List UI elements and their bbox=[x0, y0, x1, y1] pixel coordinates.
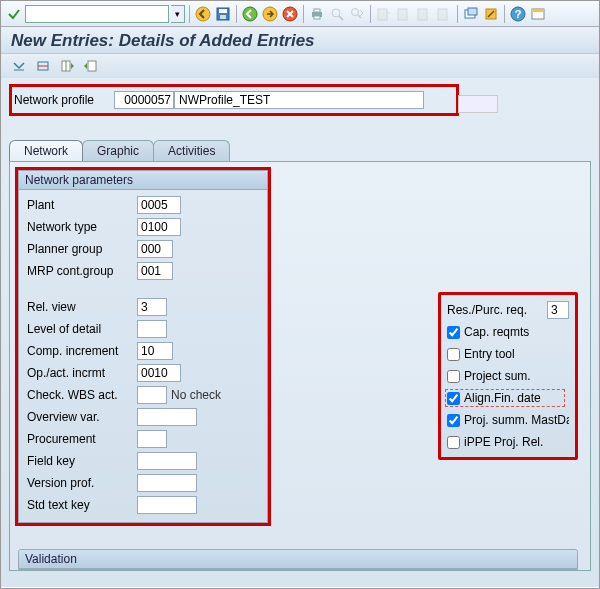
project-sum-checkbox[interactable] bbox=[447, 370, 460, 383]
level-of-detail-input[interactable] bbox=[137, 320, 167, 338]
exit-icon[interactable] bbox=[261, 5, 279, 23]
title-bar: New Entries: Details of Added Entries bbox=[1, 27, 599, 54]
comp-increment-label: Comp. increment bbox=[27, 344, 137, 358]
procurement-label: Procurement bbox=[27, 432, 137, 446]
new-session-icon[interactable] bbox=[462, 5, 480, 23]
svg-point-12 bbox=[352, 8, 359, 15]
shortcut-icon[interactable] bbox=[482, 5, 500, 23]
command-field[interactable] bbox=[25, 5, 169, 23]
find-icon bbox=[328, 5, 346, 23]
network-parameters-highlight: Network parameters Plant Network type Pl… bbox=[15, 167, 271, 526]
svg-rect-2 bbox=[219, 9, 227, 13]
entry-tool-label: Entry tool bbox=[464, 347, 569, 361]
svg-rect-9 bbox=[314, 16, 320, 19]
tab-panel-network: Network parameters Plant Network type Pl… bbox=[9, 161, 591, 571]
svg-rect-16 bbox=[418, 9, 427, 20]
svg-point-10 bbox=[332, 9, 340, 17]
procurement-input[interactable] bbox=[137, 430, 167, 448]
align-fin-date-label: Align.Fin. date bbox=[464, 391, 569, 405]
group-network-parameters: Network parameters Plant Network type Pl… bbox=[18, 170, 268, 523]
tab-activities[interactable]: Activities bbox=[153, 140, 230, 161]
command-dropdown-icon[interactable]: ▾ bbox=[171, 5, 185, 23]
std-text-key-input[interactable] bbox=[137, 496, 197, 514]
network-type-input[interactable] bbox=[137, 218, 181, 236]
profile-description-tail bbox=[458, 95, 498, 113]
svg-rect-19 bbox=[468, 8, 477, 15]
svg-line-11 bbox=[339, 16, 343, 20]
op-act-incrmt-label: Op./act. incrmt bbox=[27, 366, 137, 380]
planner-group-input[interactable] bbox=[137, 240, 173, 258]
svg-rect-14 bbox=[378, 9, 387, 20]
back-icon[interactable] bbox=[194, 5, 212, 23]
std-text-key-label: Std text key bbox=[27, 498, 137, 512]
save-icon[interactable] bbox=[214, 5, 232, 23]
svg-text:?: ? bbox=[515, 8, 522, 20]
tab-graphic[interactable]: Graphic bbox=[82, 140, 154, 161]
rel-view-label: Rel. view bbox=[27, 300, 137, 314]
tabstrip: Network Graphic Activities bbox=[9, 140, 591, 161]
back-nav-icon[interactable] bbox=[241, 5, 259, 23]
check-wbs-act-text: No check bbox=[167, 386, 225, 404]
app-toolbar: ▾ ? bbox=[1, 1, 599, 27]
check-wbs-act-input[interactable] bbox=[137, 386, 167, 404]
svg-rect-8 bbox=[314, 9, 320, 12]
ippe-proj-rel-checkbox[interactable] bbox=[447, 436, 460, 449]
proj-summ-mastda-checkbox[interactable] bbox=[447, 414, 460, 427]
cap-reqmts-checkbox[interactable] bbox=[447, 326, 460, 339]
content-area: Network profile Network Graphic Activiti… bbox=[1, 78, 599, 587]
svg-rect-24 bbox=[532, 9, 544, 12]
network-profile-row: Network profile bbox=[9, 84, 459, 116]
right-panel-highlight: Res./Purc. req. Cap. reqmts Entry tool P… bbox=[438, 292, 578, 460]
svg-point-4 bbox=[243, 7, 257, 21]
project-sum-label: Project sum. bbox=[464, 369, 569, 383]
plant-input[interactable] bbox=[137, 196, 181, 214]
proj-summ-mastda-label: Proj. summ. MastDa bbox=[464, 413, 569, 427]
check-wbs-act-label: Check. WBS act. bbox=[27, 388, 137, 402]
version-prof-input[interactable] bbox=[137, 474, 197, 492]
group-validation: Validation bbox=[18, 549, 578, 570]
prev-entry-icon[interactable] bbox=[59, 58, 75, 74]
svg-point-0 bbox=[196, 7, 210, 21]
res-purc-req-label: Res./Purc. req. bbox=[447, 303, 543, 317]
svg-rect-29 bbox=[88, 61, 96, 71]
level-of-detail-label: Level of detail bbox=[27, 322, 137, 336]
print-icon[interactable] bbox=[308, 5, 326, 23]
overview-var-label: Overview var. bbox=[27, 410, 137, 424]
mrp-cont-group-label: MRP cont.group bbox=[27, 264, 137, 278]
version-prof-label: Version prof. bbox=[27, 476, 137, 490]
planner-group-label: Planner group bbox=[27, 242, 137, 256]
group-title-network-parameters: Network parameters bbox=[19, 171, 267, 190]
help-icon[interactable]: ? bbox=[509, 5, 527, 23]
ippe-proj-rel-label: iPPE Proj. Rel. bbox=[464, 435, 569, 449]
op-act-incrmt-input[interactable] bbox=[137, 364, 181, 382]
next-entry-icon[interactable] bbox=[83, 58, 99, 74]
delimiter-icon[interactable] bbox=[35, 58, 51, 74]
last-page-icon bbox=[435, 5, 453, 23]
tab-network[interactable]: Network bbox=[9, 140, 83, 161]
align-fin-date-checkbox[interactable] bbox=[447, 392, 460, 405]
network-profile-name[interactable] bbox=[174, 91, 424, 109]
group-title-validation: Validation bbox=[19, 550, 577, 569]
plant-label: Plant bbox=[27, 198, 137, 212]
rel-view-input[interactable] bbox=[137, 298, 167, 316]
field-key-label: Field key bbox=[27, 454, 137, 468]
svg-rect-17 bbox=[438, 9, 447, 20]
cap-reqmts-label: Cap. reqmts bbox=[464, 325, 569, 339]
mrp-cont-group-input[interactable] bbox=[137, 262, 173, 280]
field-key-input[interactable] bbox=[137, 452, 197, 470]
entry-tool-checkbox[interactable] bbox=[447, 348, 460, 361]
network-type-label: Network type bbox=[27, 220, 137, 234]
res-purc-req-input[interactable] bbox=[547, 301, 569, 319]
prev-page-icon bbox=[395, 5, 413, 23]
cancel-icon[interactable] bbox=[281, 5, 299, 23]
comp-increment-input[interactable] bbox=[137, 342, 173, 360]
layout-menu-icon[interactable] bbox=[529, 5, 547, 23]
find-next-icon bbox=[348, 5, 366, 23]
first-page-icon bbox=[375, 5, 393, 23]
overview-var-input[interactable] bbox=[137, 408, 197, 426]
expand-icon[interactable] bbox=[11, 58, 27, 74]
next-page-icon bbox=[415, 5, 433, 23]
network-profile-number[interactable] bbox=[114, 91, 174, 109]
page-title: New Entries: Details of Added Entries bbox=[11, 31, 589, 51]
accept-icon[interactable] bbox=[5, 5, 23, 23]
